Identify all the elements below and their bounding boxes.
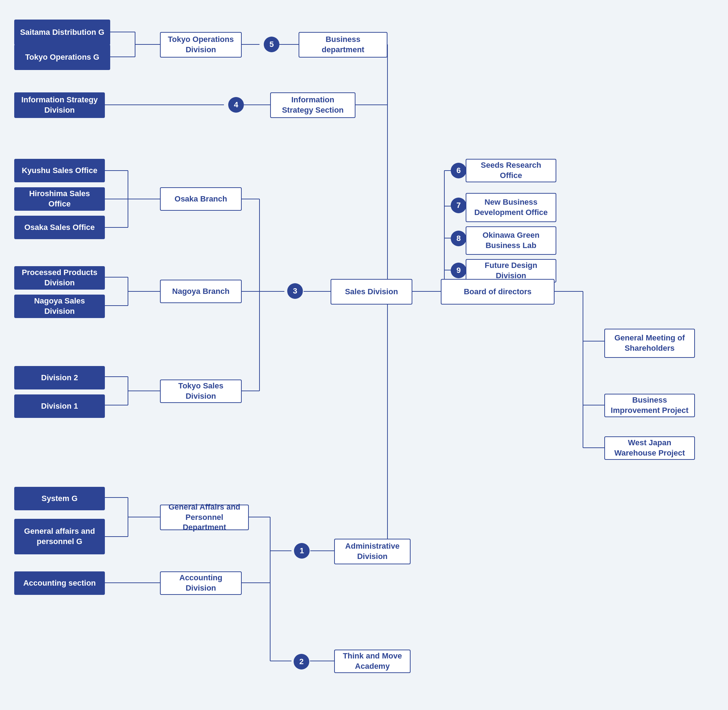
administrative-division-box: Administrative Division	[334, 539, 411, 564]
general-affairs-personnel-g-box: General affairs and personnel G	[14, 519, 105, 555]
badge-8: 8	[451, 230, 466, 246]
badge-7: 7	[451, 198, 466, 213]
think-and-move-academy-box: Think and Move Academy	[334, 650, 411, 673]
nagoya-sales-division-box: Nagoya Sales Division	[14, 295, 105, 318]
osaka-sales-office-box: Osaka Sales Office	[14, 216, 105, 239]
system-g-box: System G	[14, 487, 105, 510]
accounting-division-box: Accounting Division	[160, 571, 242, 595]
saitama-distribution-g-box: Saitama Distribution G	[14, 19, 110, 45]
okinawa-green-business-lab-box: Okinawa Green Business Lab	[466, 226, 556, 255]
information-strategy-section-box: Information Strategy Section	[270, 92, 355, 118]
badge-3: 3	[287, 283, 303, 299]
tokyo-operations-division-box: Tokyo Operations Division	[160, 32, 242, 57]
badge-4: 4	[228, 97, 244, 113]
nagoya-branch-box: Nagoya Branch	[160, 280, 242, 303]
division-2-box: Division 2	[14, 366, 105, 389]
information-strategy-division-box: Information Strategy Division	[14, 92, 105, 118]
west-japan-warehouse-project-box: West Japan Warehouse Project	[604, 436, 695, 460]
org-chart: Saitama Distribution G Tokyo Operations …	[0, 0, 728, 710]
board-of-directors-box: Board of directors	[441, 279, 555, 305]
badge-6: 6	[451, 163, 466, 178]
kyushu-sales-office-box: Kyushu Sales Office	[14, 159, 105, 182]
business-improvement-project-box: Business Improvement Project	[604, 394, 695, 417]
badge-2: 2	[294, 654, 309, 669]
accounting-section-box: Accounting section	[14, 571, 105, 595]
new-business-development-office-box: New Business Development Office	[466, 193, 556, 222]
badge-5: 5	[264, 37, 279, 52]
sales-division-box: Sales Division	[330, 279, 412, 305]
processed-products-division-box: Processed Products Division	[14, 266, 105, 290]
tokyo-operations-g-box: Tokyo Operations G	[14, 44, 110, 70]
division-1-box: Division 1	[14, 395, 105, 418]
hiroshima-sales-office-box: Hiroshima Sales Office	[14, 187, 105, 211]
osaka-branch-box: Osaka Branch	[160, 187, 242, 211]
tokyo-sales-division-box: Tokyo Sales Division	[160, 380, 242, 403]
seeds-research-office-box: Seeds Research Office	[466, 159, 556, 182]
general-affairs-personnel-dept-box: General Affairs and Personnel Department	[160, 505, 249, 530]
general-meeting-shareholders-box: General Meeting of Shareholders	[604, 329, 695, 358]
badge-9: 9	[451, 263, 466, 278]
business-department-box: Business department	[299, 32, 387, 57]
badge-1: 1	[294, 543, 310, 559]
